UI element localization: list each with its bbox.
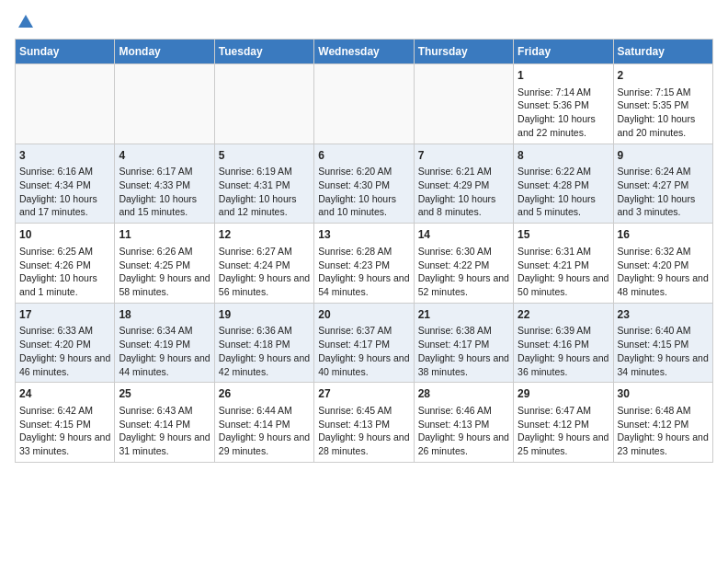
day-number: 5 bbox=[219, 148, 310, 164]
calendar-day-cell: 23Sunrise: 6:40 AMSunset: 4:15 PMDayligh… bbox=[613, 303, 712, 383]
weekday-header: Wednesday bbox=[314, 40, 414, 64]
calendar-day-cell: 5Sunrise: 6:19 AMSunset: 4:31 PMDaylight… bbox=[214, 144, 313, 224]
day-info: Daylight: 9 hours and 52 minutes. bbox=[418, 271, 509, 298]
day-info: Sunrise: 6:40 AM bbox=[618, 324, 709, 338]
day-info: Sunset: 5:36 PM bbox=[518, 98, 609, 112]
day-info: Daylight: 9 hours and 26 minutes. bbox=[418, 431, 509, 457]
calendar-day-cell: 16Sunrise: 6:32 AMSunset: 4:20 PMDayligh… bbox=[613, 224, 712, 304]
day-info: Daylight: 9 hours and 29 minutes. bbox=[219, 431, 310, 457]
weekday-header: Friday bbox=[514, 40, 613, 64]
day-info: Daylight: 10 hours and 8 minutes. bbox=[418, 192, 509, 219]
calendar-day-cell: 11Sunrise: 6:26 AMSunset: 4:25 PMDayligh… bbox=[115, 224, 214, 304]
logo-triangle-icon bbox=[18, 15, 33, 28]
calendar-day-cell: 13Sunrise: 6:28 AMSunset: 4:23 PMDayligh… bbox=[314, 224, 414, 304]
day-info: Sunset: 4:13 PM bbox=[418, 418, 509, 431]
day-info: Daylight: 10 hours and 15 minutes. bbox=[119, 192, 210, 219]
day-number: 27 bbox=[318, 386, 409, 402]
day-info: Sunrise: 6:44 AM bbox=[219, 404, 310, 418]
day-info: Daylight: 10 hours and 5 minutes. bbox=[518, 192, 609, 219]
weekday-header: Monday bbox=[115, 40, 214, 64]
calendar-week-row: 3Sunrise: 6:16 AMSunset: 4:34 PMDaylight… bbox=[16, 144, 713, 224]
calendar-day-cell: 10Sunrise: 6:25 AMSunset: 4:26 PMDayligh… bbox=[16, 224, 115, 304]
day-info: Sunset: 4:30 PM bbox=[318, 178, 409, 192]
day-number: 2 bbox=[618, 68, 709, 84]
day-info: Sunset: 4:12 PM bbox=[518, 418, 609, 431]
day-info: Daylight: 9 hours and 42 minutes. bbox=[219, 351, 310, 378]
weekday-header: Thursday bbox=[414, 40, 513, 64]
calendar-week-row: 17Sunrise: 6:33 AMSunset: 4:20 PMDayligh… bbox=[16, 303, 713, 383]
day-info: Daylight: 9 hours and 54 minutes. bbox=[318, 271, 409, 298]
day-info: Sunrise: 6:25 AM bbox=[19, 245, 110, 259]
day-info: Daylight: 10 hours and 12 minutes. bbox=[219, 192, 310, 219]
calendar-week-row: 1Sunrise: 7:14 AMSunset: 5:36 PMDaylight… bbox=[16, 64, 713, 144]
day-info: Sunrise: 6:34 AM bbox=[119, 324, 210, 338]
weekday-header: Sunday bbox=[16, 40, 115, 64]
day-info: Sunrise: 6:33 AM bbox=[19, 324, 110, 338]
day-number: 30 bbox=[618, 386, 709, 402]
day-info: Sunrise: 6:16 AM bbox=[19, 165, 110, 178]
day-info: Sunrise: 6:27 AM bbox=[219, 245, 310, 259]
day-info: Daylight: 9 hours and 33 minutes. bbox=[19, 431, 110, 457]
day-info: Sunset: 4:14 PM bbox=[119, 418, 210, 431]
day-info: Sunrise: 6:17 AM bbox=[119, 165, 210, 178]
day-info: Daylight: 9 hours and 28 minutes. bbox=[318, 431, 409, 457]
day-number: 24 bbox=[19, 386, 110, 402]
day-info: Sunrise: 6:38 AM bbox=[418, 324, 509, 338]
calendar-header-row: SundayMondayTuesdayWednesdayThursdayFrid… bbox=[16, 40, 713, 64]
day-info: Sunset: 4:28 PM bbox=[518, 178, 609, 192]
calendar-day-cell: 7Sunrise: 6:21 AMSunset: 4:29 PMDaylight… bbox=[414, 144, 513, 224]
calendar-day-cell: 15Sunrise: 6:31 AMSunset: 4:21 PMDayligh… bbox=[514, 224, 613, 304]
calendar-day-cell: 25Sunrise: 6:43 AMSunset: 4:14 PMDayligh… bbox=[115, 383, 214, 463]
day-info: Sunset: 4:27 PM bbox=[618, 178, 709, 192]
day-info: Daylight: 9 hours and 34 minutes. bbox=[618, 351, 709, 378]
calendar-day-cell: 8Sunrise: 6:22 AMSunset: 4:28 PMDaylight… bbox=[514, 144, 613, 224]
day-info: Sunset: 4:23 PM bbox=[318, 259, 409, 272]
day-info: Daylight: 10 hours and 20 minutes. bbox=[618, 112, 709, 139]
day-info: Sunset: 4:19 PM bbox=[119, 338, 210, 351]
day-number: 12 bbox=[219, 227, 310, 243]
calendar-day-cell: 9Sunrise: 6:24 AMSunset: 4:27 PMDaylight… bbox=[613, 144, 712, 224]
day-info: Sunset: 4:33 PM bbox=[119, 178, 210, 192]
day-info: Sunset: 4:24 PM bbox=[219, 259, 310, 272]
calendar-day-cell: 14Sunrise: 6:30 AMSunset: 4:22 PMDayligh… bbox=[414, 224, 513, 304]
day-info: Sunrise: 6:43 AM bbox=[119, 404, 210, 418]
day-info: Sunset: 4:20 PM bbox=[19, 338, 110, 351]
day-info: Daylight: 10 hours and 10 minutes. bbox=[318, 192, 409, 219]
day-number: 1 bbox=[518, 68, 609, 84]
day-number: 11 bbox=[119, 227, 210, 243]
day-number: 26 bbox=[219, 386, 310, 402]
calendar-day-cell: 28Sunrise: 6:46 AMSunset: 4:13 PMDayligh… bbox=[414, 383, 513, 463]
calendar-day-cell: 4Sunrise: 6:17 AMSunset: 4:33 PMDaylight… bbox=[115, 144, 214, 224]
day-info: Sunrise: 6:30 AM bbox=[418, 245, 509, 259]
day-info: Sunset: 4:29 PM bbox=[418, 178, 509, 192]
day-info: Daylight: 9 hours and 23 minutes. bbox=[618, 431, 709, 457]
calendar-day-cell: 21Sunrise: 6:38 AMSunset: 4:17 PMDayligh… bbox=[414, 303, 513, 383]
calendar-day-cell: 24Sunrise: 6:42 AMSunset: 4:15 PMDayligh… bbox=[16, 383, 115, 463]
day-info: Sunset: 4:17 PM bbox=[318, 338, 409, 351]
calendar-day-cell: 1Sunrise: 7:14 AMSunset: 5:36 PMDaylight… bbox=[514, 64, 613, 144]
day-info: Sunset: 4:25 PM bbox=[119, 259, 210, 272]
weekday-header: Saturday bbox=[613, 40, 712, 64]
day-info: Daylight: 9 hours and 58 minutes. bbox=[119, 271, 210, 298]
day-info: Sunset: 4:15 PM bbox=[19, 418, 110, 431]
day-info: Sunrise: 6:45 AM bbox=[318, 404, 409, 418]
day-number: 14 bbox=[418, 227, 509, 243]
calendar-day-cell: 26Sunrise: 6:44 AMSunset: 4:14 PMDayligh… bbox=[214, 383, 313, 463]
day-info: Sunset: 4:16 PM bbox=[518, 338, 609, 351]
calendar-day-cell: 2Sunrise: 7:15 AMSunset: 5:35 PMDaylight… bbox=[613, 64, 712, 144]
day-info: Sunrise: 6:48 AM bbox=[618, 404, 709, 418]
day-info: Sunrise: 6:26 AM bbox=[119, 245, 210, 259]
calendar-day-cell: 27Sunrise: 6:45 AMSunset: 4:13 PMDayligh… bbox=[314, 383, 414, 463]
calendar-week-row: 10Sunrise: 6:25 AMSunset: 4:26 PMDayligh… bbox=[16, 224, 713, 304]
day-info: Sunset: 4:34 PM bbox=[19, 178, 110, 192]
day-number: 21 bbox=[418, 307, 509, 323]
calendar-day-cell: 12Sunrise: 6:27 AMSunset: 4:24 PMDayligh… bbox=[214, 224, 313, 304]
day-info: Sunrise: 6:36 AM bbox=[219, 324, 310, 338]
day-number: 9 bbox=[618, 148, 709, 164]
day-number: 7 bbox=[418, 148, 509, 164]
day-info: Sunrise: 6:42 AM bbox=[19, 404, 110, 418]
day-info: Daylight: 9 hours and 36 minutes. bbox=[518, 351, 609, 378]
day-info: Daylight: 9 hours and 56 minutes. bbox=[219, 271, 310, 298]
calendar-day-cell: 6Sunrise: 6:20 AMSunset: 4:30 PMDaylight… bbox=[314, 144, 414, 224]
day-info: Sunset: 4:21 PM bbox=[518, 259, 609, 272]
